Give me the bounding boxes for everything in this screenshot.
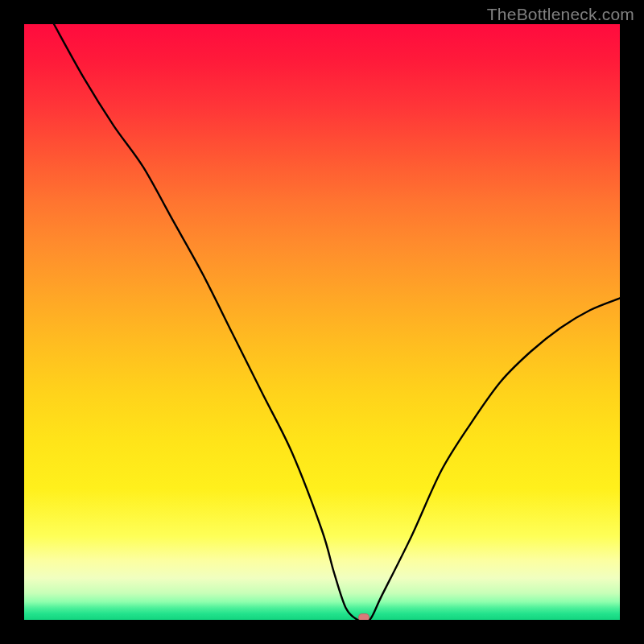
chart-frame: TheBottleneck.com bbox=[0, 0, 644, 644]
bottleneck-curve bbox=[24, 24, 620, 620]
watermark-text: TheBottleneck.com bbox=[487, 5, 634, 24]
optimal-point-marker bbox=[358, 613, 369, 620]
plot-area bbox=[24, 24, 620, 620]
curve-path bbox=[54, 24, 620, 620]
